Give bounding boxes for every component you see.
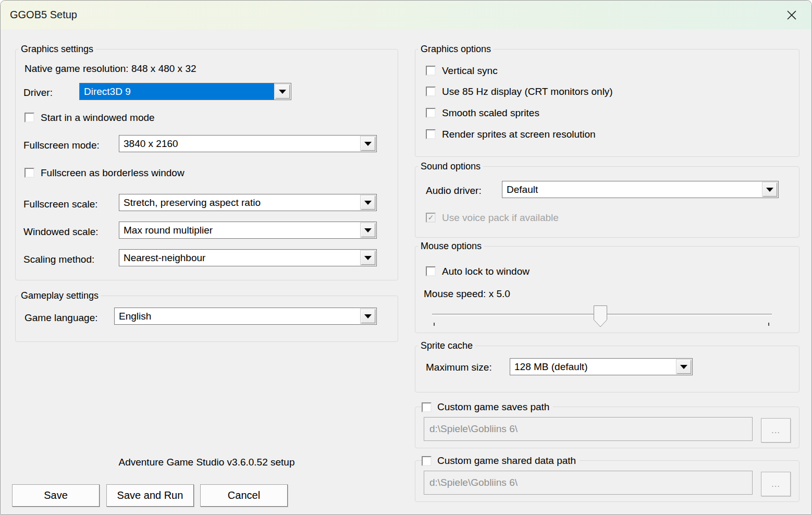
chevron-down-icon xyxy=(364,228,372,232)
windowed-scale-combobox[interactable]: Max round multiplier xyxy=(119,222,377,239)
audio-driver-combobox[interactable]: Default xyxy=(502,181,779,198)
checkbox-vertical-sync-label: Vertical sync xyxy=(442,65,498,77)
fullscreen-scale-combobox[interactable]: Stretch, preserving aspect ratio xyxy=(119,194,377,211)
checkbox-render-sprites-screen-res[interactable] xyxy=(426,129,436,139)
checkbox-custom-saves-path-label: Custom game saves path xyxy=(437,401,549,413)
checkbox-windowed-mode-label: Start in a windowed mode xyxy=(41,112,155,124)
driver-combobox-value: Direct3D 9 xyxy=(80,83,274,100)
group-graphics-settings-legend: Graphics settings xyxy=(18,43,96,55)
version-text: Adventure Game Studio v3.6.0.52 setup xyxy=(15,457,398,468)
audio-driver-dropdown-button[interactable] xyxy=(762,182,778,197)
checkbox-windowed-mode[interactable] xyxy=(24,113,34,122)
checkbox-voice-pack: ✓ xyxy=(426,213,436,223)
checkbox-auto-lock[interactable] xyxy=(426,266,436,276)
close-icon xyxy=(785,9,798,21)
maximum-size-dropdown-button[interactable] xyxy=(676,359,692,374)
fullscreen-scale-combobox-value: Stretch, preserving aspect ratio xyxy=(119,194,360,211)
checkbox-borderless-window[interactable] xyxy=(24,168,34,178)
fullscreen-scale-dropdown-button[interactable] xyxy=(360,195,376,210)
checkbox-smooth-sprites-label: Smooth scaled sprites xyxy=(442,107,539,119)
scaling-method-label: Scaling method: xyxy=(23,253,94,266)
scaling-method-dropdown-button[interactable] xyxy=(360,250,376,265)
chevron-down-icon xyxy=(680,365,687,369)
group-graphics-options-legend: Graphics options xyxy=(418,43,494,55)
save-and-run-button[interactable]: Save and Run xyxy=(106,484,194,507)
shared-path-browse-button: ... xyxy=(761,472,791,496)
fullscreen-mode-label: Fullscreen mode: xyxy=(23,139,100,152)
chevron-down-icon xyxy=(364,201,372,205)
maximum-size-combobox-value: 128 MB (default) xyxy=(510,359,675,375)
mouse-speed-label: Mouse speed: x 5.0 xyxy=(424,288,510,300)
checkbox-custom-shared-path[interactable] xyxy=(422,456,432,466)
chevron-down-icon xyxy=(279,90,286,94)
custom-saves-path-header: Custom game saves path xyxy=(422,401,553,413)
checkbox-borderless-window-label: Fullscreen as borderless window xyxy=(41,167,184,179)
fullscreen-mode-combobox-value: 3840 x 2160 xyxy=(119,136,360,152)
windowed-scale-label: Windowed scale: xyxy=(23,226,99,238)
saves-path-field: d:\Spiele\Gobliins 6\ xyxy=(424,417,753,441)
checkbox-85hz-display-label: Use 85 Hz display (CRT monitors only) xyxy=(442,85,613,98)
group-sound-options xyxy=(415,166,799,238)
maximum-size-combobox[interactable]: 128 MB (default) xyxy=(510,358,693,375)
cancel-button[interactable]: Cancel xyxy=(200,484,288,507)
checkbox-auto-lock-label: Auto lock to window xyxy=(442,265,530,278)
audio-driver-label: Audio driver: xyxy=(426,185,482,197)
fullscreen-mode-combobox[interactable]: 3840 x 2160 xyxy=(119,135,377,152)
checkbox-custom-saves-path[interactable] xyxy=(422,402,432,412)
window-titlebar: GGOB5 Setup xyxy=(1,1,811,29)
audio-driver-combobox-value: Default xyxy=(502,181,761,198)
saves-path-browse-button: ... xyxy=(761,418,791,443)
chevron-down-icon xyxy=(364,142,372,146)
game-language-label: Game language: xyxy=(24,312,98,324)
window-title: GGOB5 Setup xyxy=(10,1,77,29)
shared-path-field: d:\Spiele\Gobliins 6\ xyxy=(424,471,753,495)
setup-dialog: GGOB5 Setup Graphics settings Native gam… xyxy=(0,0,812,515)
scaling-method-combobox[interactable]: Nearest-neighbour xyxy=(119,249,377,266)
game-language-dropdown-button[interactable] xyxy=(360,309,376,324)
slider-tick-left xyxy=(434,323,435,326)
windowed-scale-combobox-value: Max round multiplier xyxy=(119,222,360,238)
group-sprite-cache-legend: Sprite cache xyxy=(418,340,475,351)
driver-combobox-dropdown-button[interactable] xyxy=(275,84,290,99)
group-mouse-options-legend: Mouse options xyxy=(418,240,484,252)
mouse-speed-slider-thumb[interactable] xyxy=(594,305,607,329)
checkbox-voice-pack-label: Use voice pack if available xyxy=(442,212,559,224)
maximum-size-label: Maximum size: xyxy=(426,361,492,374)
checkbox-85hz-display[interactable] xyxy=(426,87,436,96)
group-sound-options-legend: Sound options xyxy=(418,161,483,172)
checkbox-smooth-sprites[interactable] xyxy=(426,108,436,118)
checkbox-vertical-sync[interactable] xyxy=(426,66,436,76)
fullscreen-scale-label: Fullscreen scale: xyxy=(23,198,98,211)
chevron-down-icon xyxy=(364,256,372,260)
check-icon: ✓ xyxy=(428,213,434,222)
custom-shared-path-header: Custom game shared data path xyxy=(422,455,580,467)
windowed-scale-dropdown-button[interactable] xyxy=(360,223,376,238)
scaling-method-combobox-value: Nearest-neighbour xyxy=(119,250,360,266)
checkbox-render-sprites-screen-res-label: Render sprites at screen resolution xyxy=(442,128,596,141)
checkbox-custom-shared-path-label: Custom game shared data path xyxy=(437,455,576,467)
native-resolution-text: Native game resolution: 848 x 480 x 32 xyxy=(24,63,196,75)
chevron-down-icon xyxy=(766,188,773,192)
game-language-combobox-value: English xyxy=(115,308,360,324)
fullscreen-mode-dropdown-button[interactable] xyxy=(360,136,376,151)
slider-tick-right xyxy=(768,323,769,326)
group-gameplay-settings-legend: Gameplay settings xyxy=(18,290,101,301)
game-language-combobox[interactable]: English xyxy=(114,308,377,325)
close-button[interactable] xyxy=(779,5,804,26)
save-button[interactable]: Save xyxy=(12,484,100,507)
driver-combobox[interactable]: Direct3D 9 xyxy=(79,83,291,100)
chevron-down-icon xyxy=(364,314,372,318)
driver-label: Driver: xyxy=(23,87,53,99)
